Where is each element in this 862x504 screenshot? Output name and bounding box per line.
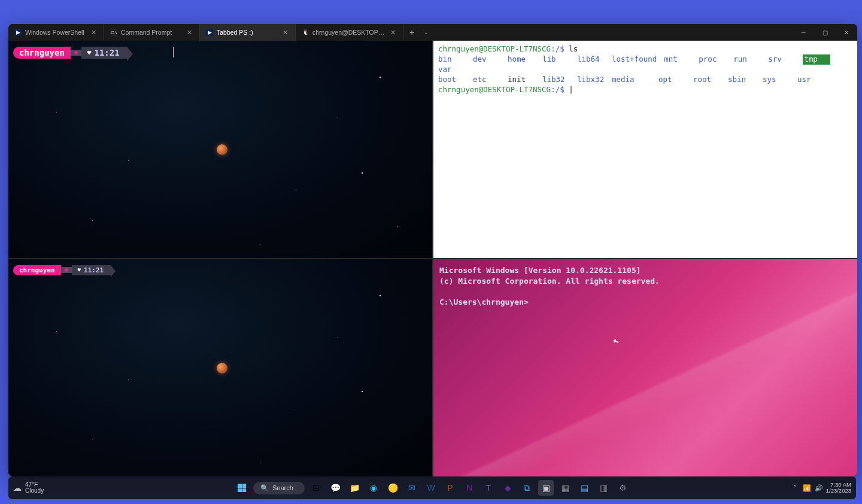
pane-cmd-bottom-right[interactable]: Microsoft Windows [Version 10.0.22621.11…	[433, 259, 857, 476]
taskbar-app-teams[interactable]: T	[481, 480, 496, 496]
text-cursor	[173, 47, 174, 57]
prompt-status-bar: chrnguyen ♥ 11:21	[13, 264, 111, 276]
linux-icon: 🐧	[302, 29, 309, 36]
close-icon[interactable]: ✕	[281, 28, 289, 37]
taskbar-search[interactable]: 🔍 Search	[253, 482, 305, 494]
pane-wsl-top-right[interactable]: chrnguyen@DESKTOP-LT7NSCG:/$ ls bin dev …	[433, 41, 857, 258]
taskbar-right: ˄ 📶 🔊 7:30 AM 1/23/2023	[790, 482, 851, 494]
tab-bar: ▶ Windows PowerShell ✕ C:\ Command Promp…	[8, 24, 857, 41]
wsl-cursor: |	[569, 85, 573, 94]
wsl-prompt-user: chrnguyen@DESKTOP-LT7NSCG	[438, 44, 551, 53]
prompt-mid-segment	[71, 50, 81, 56]
taskbar-app-notepad[interactable]: ▤	[576, 480, 592, 496]
taskbar-app-terminal[interactable]: ▣	[538, 480, 554, 496]
heart-icon: ♥	[78, 267, 81, 273]
taskbar-app-powerpoint[interactable]: P	[442, 480, 458, 496]
prompt-time: 11:21	[94, 48, 119, 57]
ls-output-row2: boot etc init lib32 libx32 media opt roo…	[438, 75, 852, 85]
windows-icon	[238, 484, 246, 492]
taskbar-app-vs[interactable]: ◆	[500, 480, 515, 496]
search-label: Search	[272, 484, 293, 491]
powershell-icon: ▶	[206, 29, 213, 36]
prompt-time-segment: ♥ 11:21	[81, 47, 127, 59]
close-window-button[interactable]: ✕	[836, 24, 857, 41]
search-icon: 🔍	[260, 484, 269, 492]
prompt-mid-segment	[61, 267, 72, 273]
taskbar-app-word[interactable]: W	[423, 480, 439, 496]
tab-label: Tabbed PS :)	[217, 29, 277, 36]
planet-decoration	[217, 363, 227, 374]
wsl-prompt-path: :/$	[551, 44, 564, 53]
tab-label: Command Prompt	[121, 29, 181, 36]
wsl-command: ls	[569, 44, 578, 53]
mouse-cursor-icon: ↖	[611, 333, 621, 348]
tray-wifi-icon[interactable]: 📶	[802, 484, 812, 492]
taskbar-app-edge[interactable]: ◉	[366, 480, 381, 496]
prompt-user: chrnguyen	[13, 265, 61, 275]
taskbar-app-vscode[interactable]: ⧉	[519, 480, 535, 496]
taskbar-app-chrome[interactable]: 🟡	[385, 480, 400, 496]
pane-powershell-bottom-left[interactable]: chrnguyen ♥ 11:21	[8, 259, 432, 476]
taskbar-app-calculator[interactable]: ▥	[596, 480, 611, 496]
close-icon[interactable]: ✕	[388, 28, 397, 37]
taskbar-app-chat[interactable]: 💬	[327, 480, 343, 496]
tab-tabbed-ps[interactable]: ▶ Tabbed PS :) ✕	[200, 24, 296, 41]
heart-icon: ♥	[87, 49, 92, 57]
taskbar: ☁ 47°F Cloudy 🔍 Search ⊞ 💬 📁 ◉ 🟡 ✉ W P N…	[8, 476, 856, 499]
planet-decoration	[217, 144, 227, 155]
tab-command-prompt[interactable]: C:\ Command Prompt ✕	[104, 24, 200, 41]
cmd-prompt: C:\Users\chrnguyen>	[439, 297, 851, 308]
powershell-icon: ▶	[14, 29, 22, 36]
tray-volume-icon[interactable]: 🔊	[814, 484, 824, 492]
tab-dropdown-button[interactable]: ⌄	[420, 24, 432, 41]
weather-icon: ☁	[13, 483, 22, 493]
windows-terminal-window: ▶ Windows PowerShell ✕ C:\ Command Promp…	[8, 24, 857, 476]
taskbar-app-settings[interactable]: ⚙	[615, 480, 630, 496]
weather-condition: Cloudy	[25, 488, 44, 494]
prompt-status-bar: chrnguyen ♥ 11:21	[13, 45, 127, 60]
taskbar-clock[interactable]: 7:30 AM 1/23/2023	[826, 482, 851, 494]
tray-chevron-icon[interactable]: ˄	[790, 484, 800, 492]
desktop: ▶ Windows PowerShell ✕ C:\ Command Promp…	[0, 0, 862, 504]
pane-grid: chrnguyen ♥ 11:21	[8, 41, 857, 476]
taskbar-center: 🔍 Search ⊞ 💬 📁 ◉ 🟡 ✉ W P N T ◆ ⧉ ▣ ▦ ▤ ▥…	[234, 480, 630, 496]
cmd-version-line: Microsoft Windows [Version 10.0.22621.11…	[439, 265, 851, 276]
taskbar-app-onenote[interactable]: N	[462, 480, 477, 496]
cmd-copyright-line: (c) Microsoft Corporation. All rights re…	[439, 276, 851, 287]
start-button[interactable]	[234, 480, 250, 496]
taskbar-app-devhome[interactable]: ▦	[557, 480, 573, 496]
maximize-button[interactable]: ▢	[814, 24, 836, 41]
ls-output-row1: bin dev home lib lib64 lost+found mnt pr…	[438, 54, 852, 75]
taskbar-weather[interactable]: ☁ 47°F Cloudy	[13, 482, 44, 494]
close-icon[interactable]: ✕	[89, 28, 98, 37]
tab-wsl[interactable]: 🐧 chrnguyen@DESKTOP-LT7NSC ✕	[296, 24, 403, 41]
prompt-time: 11:21	[84, 266, 104, 274]
cmd-icon: C:\	[110, 29, 117, 36]
clock-date: 1/23/2023	[826, 488, 851, 494]
wsl-prompt-path: :/$	[551, 85, 564, 94]
minimize-button[interactable]: ─	[793, 24, 814, 41]
wsl-prompt-user: chrnguyen@DESKTOP-LT7NSCG	[438, 85, 551, 94]
close-icon[interactable]: ✕	[185, 28, 193, 37]
prompt-time-segment: ♥ 11:21	[72, 265, 111, 275]
pane-powershell-top-left[interactable]: chrnguyen ♥ 11:21	[8, 41, 432, 258]
new-tab-button[interactable]: +	[403, 24, 420, 41]
tab-powershell[interactable]: ▶ Windows PowerShell ✕	[8, 24, 104, 41]
task-view-button[interactable]: ⊞	[308, 480, 324, 496]
taskbar-app-outlook[interactable]: ✉	[404, 480, 420, 496]
prompt-user: chrnguyen	[13, 47, 71, 59]
tab-label: Windows PowerShell	[25, 29, 86, 36]
tab-label: chrnguyen@DESKTOP-LT7NSC	[312, 29, 385, 36]
taskbar-app-explorer[interactable]: 📁	[347, 480, 362, 496]
